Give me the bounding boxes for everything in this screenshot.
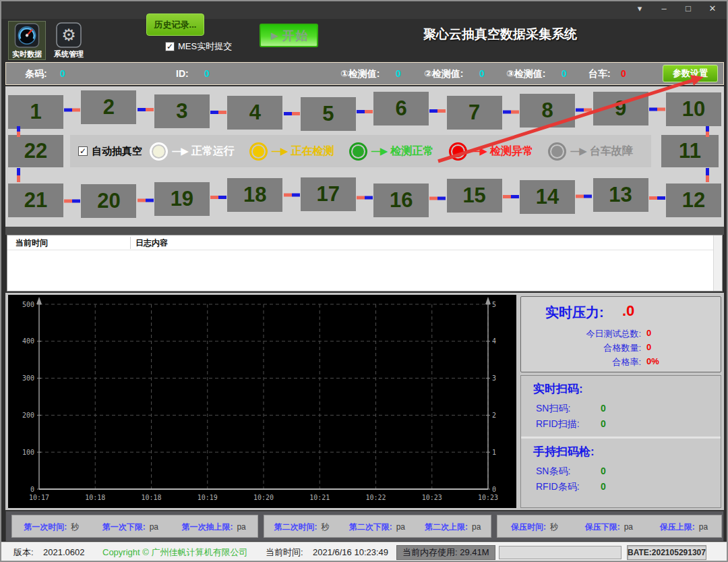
connector-segment	[657, 107, 665, 111]
param-label: 保压时间:	[511, 522, 546, 532]
auto-vacuum-checkbox[interactable]: ✓	[78, 146, 88, 156]
param-item: 第一次时间:秒	[24, 520, 79, 533]
maximize-button[interactable]: □	[681, 3, 696, 15]
settings-button[interactable]: 参数设置	[663, 65, 718, 82]
connector-segment	[429, 109, 437, 113]
auto-vacuum-row[interactable]: ✓ 自动抽真空	[78, 145, 142, 158]
station-connector	[282, 178, 300, 212]
param-item: 保压时间:秒	[511, 520, 558, 533]
connector-segment	[64, 108, 72, 111]
connector-segment	[218, 111, 226, 114]
svg-text:10:18: 10:18	[85, 494, 105, 501]
version-value: 2021.0602	[43, 542, 84, 562]
history-button[interactable]: 历史记录...	[146, 13, 204, 36]
connector-segment	[218, 196, 226, 199]
connector-segment	[584, 194, 592, 198]
connector-segment	[138, 198, 146, 202]
pressure-box: 实时压力: .0 今日测试总数: 0 合格数量: 0 合格率: 0%	[520, 296, 721, 372]
param-group-hold: 保压时间:秒保压下限:pa保压上限:pa	[497, 515, 722, 538]
svg-text:500: 500	[22, 301, 34, 308]
param-label: 第一次时间:	[24, 522, 67, 532]
det3-value: 0	[562, 63, 567, 84]
legend-strip: ✓ 自动抽真空 —▶正常运行—▶正在检测—▶检测正常—▶检测异常—▶台车故障	[70, 135, 651, 167]
memory-usage-chip: 当前内存使用: 29.41M	[396, 545, 495, 560]
connector-segment	[72, 199, 80, 202]
connector-segment	[365, 110, 373, 113]
station-box-20: 20	[81, 184, 136, 218]
right-panel: 实时压力: .0 今日测试总数: 0 合格数量: 0 合格率: 0% 实时扫码:	[519, 295, 723, 508]
svg-text:10:22: 10:22	[365, 494, 386, 501]
station-box-22: 22	[8, 135, 63, 167]
connector-segment	[365, 196, 373, 199]
det2-label: ②检测值:	[424, 63, 464, 84]
svg-text:1: 1	[492, 449, 496, 456]
tab-realtime-data[interactable]: 实时数据	[8, 21, 46, 60]
title-bar: ▾–□✕	[1, 1, 727, 19]
svg-text:0: 0	[30, 486, 34, 493]
station-connector	[136, 92, 154, 126]
svg-text:300: 300	[22, 374, 34, 382]
pass-rate-label: 合格率:	[612, 356, 641, 368]
station-connector	[63, 184, 81, 218]
station-box-18: 18	[227, 178, 282, 212]
log-col-time: 当前时间	[16, 237, 48, 249]
dash-arrow-icon: —▶	[471, 145, 487, 157]
sn-scan-value: 0	[601, 403, 606, 414]
log-table[interactable]: 当前时间 日志内容	[7, 235, 723, 291]
status-strip: 条码: 0 ID: 0 ①检测值: 0 ②检测值: 0 ③检测值: 0 台车: …	[5, 62, 724, 85]
param-item: 第一次抽上限:pa	[181, 520, 245, 533]
mes-checkbox-row[interactable]: ✓ MES实时提交	[165, 40, 232, 53]
close-button[interactable]: ✕	[705, 3, 720, 15]
id-label: ID:	[176, 63, 189, 84]
connector-segment	[429, 196, 437, 200]
connector-segment	[511, 110, 519, 113]
mes-checkbox-label: MES实时提交	[178, 40, 232, 53]
connector-segment	[584, 108, 592, 111]
station-box-2: 2	[81, 90, 136, 124]
param-item: 保压上限:pa	[660, 520, 708, 533]
sn-barcode-label: SN条码:	[536, 466, 593, 478]
station-box-11: 11	[661, 135, 719, 167]
connector-segment	[210, 196, 218, 199]
station-box-9: 9	[593, 92, 648, 125]
param-unit: pa	[699, 522, 708, 532]
station-box-17: 17	[301, 177, 356, 211]
param-group-second: 第二次时间:秒第二次下限:pa第二次上限:pa	[264, 515, 491, 538]
station-box-8: 8	[520, 94, 575, 128]
legend-item-detect-ok: —▶检测正常	[349, 142, 434, 161]
log-col-content: 日志内容	[135, 237, 168, 249]
connector-segment	[292, 112, 300, 115]
copyright-text: Copyright © 广州佳帆计算机有限公司	[102, 542, 247, 562]
param-unit: pa	[396, 522, 405, 532]
normal-run-indicator-icon	[150, 142, 168, 161]
connector-segment	[292, 193, 300, 196]
svg-text:4: 4	[492, 337, 496, 345]
pass-rate-value: 0%	[646, 356, 659, 366]
rfid-barcode-label: RFID条码:	[536, 481, 593, 493]
station-box-16: 16	[373, 184, 429, 217]
param-label: 第二次下限:	[349, 522, 392, 532]
station-connector	[575, 93, 593, 127]
mes-checkbox[interactable]: ✓	[165, 42, 175, 51]
log-scrollbar[interactable]	[713, 235, 722, 291]
menu-button[interactable]: ▾	[632, 3, 647, 15]
connector-segment	[210, 111, 218, 114]
minimize-button[interactable]: –	[657, 3, 671, 15]
param-item: 第二次下限:pa	[349, 520, 405, 533]
svg-text:100: 100	[22, 449, 34, 456]
connector-segment	[284, 193, 292, 196]
param-label: 保压下限:	[585, 522, 620, 532]
start-button[interactable]: ►开始	[260, 24, 318, 47]
id-value: 0	[204, 63, 210, 84]
cart-fault-indicator-icon	[548, 142, 566, 161]
tab-system-manage[interactable]: ⚙ 系统管理	[50, 21, 88, 60]
station-row-top: 12345678910	[8, 90, 721, 132]
param-item: 第二次上限:pa	[425, 520, 481, 533]
param-label: 第二次上限:	[425, 522, 468, 532]
det1-label: ①检测值:	[340, 63, 380, 84]
svg-text:3: 3	[492, 374, 496, 382]
connector-segment	[503, 195, 511, 198]
log-panel: 当前时间 日志内容	[5, 227, 724, 293]
station-row-bottom: 21201918171615141312	[8, 177, 721, 220]
station-box-21: 21	[8, 184, 63, 217]
